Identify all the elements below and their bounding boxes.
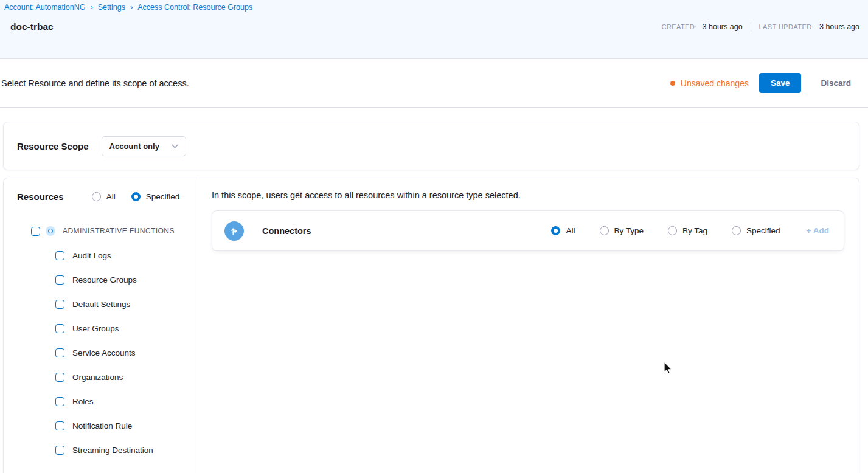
tree-item-default-settings: Default Settings	[55, 300, 198, 309]
chevron-down-icon	[172, 144, 178, 148]
connectors-radio-by-tag[interactable]: By Tag	[668, 226, 707, 235]
fork-arrows-icon	[229, 226, 240, 236]
tree-item-roles: Roles	[55, 397, 198, 406]
item-checkbox[interactable]	[55, 373, 64, 382]
connectors-radio-by-tag-label: By Tag	[682, 226, 707, 235]
main-content: Resource Scope Account only Resources Al…	[0, 108, 868, 473]
item-checkbox[interactable]	[55, 300, 64, 309]
item-checkbox[interactable]	[55, 251, 64, 260]
save-button[interactable]: Save	[759, 73, 802, 93]
tree-item-service-accounts: Service Accounts	[55, 348, 198, 357]
resources-detail-panel: In this scope, users get access to all r…	[198, 178, 859, 473]
connectors-radio-all-label: All	[566, 226, 575, 235]
resource-scope-card: Resource Scope Account only	[3, 122, 859, 170]
resources-title: Resources	[17, 192, 64, 202]
radio-unchecked-icon	[668, 226, 677, 235]
tree-item-user-groups: User Groups	[55, 324, 198, 333]
connectors-radio-all[interactable]: All	[551, 226, 575, 235]
resources-radio-specified[interactable]: Specified	[131, 192, 180, 201]
tree-item-streaming-destination: Streaming Destination	[55, 446, 198, 455]
page-header: Account: AutomationNG › Settings › Acces…	[0, 0, 868, 59]
resource-scope-selected-value: Account only	[109, 142, 159, 151]
item-checkbox[interactable]	[55, 421, 64, 430]
add-resources-link[interactable]: + Add	[807, 226, 829, 235]
radio-unchecked-icon	[732, 226, 741, 235]
toolbar: Select Resource and define its scope of …	[0, 59, 868, 108]
chevron-right-icon: ›	[130, 3, 133, 11]
resources-card: Resources All Specified ADMINISTRATIVE F…	[3, 178, 859, 473]
item-label: Notification Rule	[72, 421, 132, 430]
item-label: Roles	[72, 397, 94, 406]
item-label: Organizations	[72, 373, 123, 382]
connectors-radio-specified-label: Specified	[746, 226, 780, 235]
resource-type-tree: ADMINISTRATIVE FUNCTIONS Audit Logs Reso…	[17, 226, 198, 455]
breadcrumb-access-control[interactable]: Access Control: Resource Groups	[137, 3, 252, 12]
scope-description: In this scope, users get access to all r…	[212, 190, 844, 200]
breadcrumb-settings[interactable]: Settings	[98, 3, 125, 12]
resource-scope-dropdown[interactable]: Account only	[102, 136, 186, 156]
connectors-access-options: All By Type By Tag Specified + Add	[527, 226, 829, 235]
unsaved-changes-badge: Unsaved changes	[670, 78, 749, 88]
tree-item-notification-rule: Notification Rule	[55, 421, 198, 430]
radio-checked-icon	[551, 226, 560, 235]
last-updated-value: 3 hours ago	[819, 22, 859, 31]
item-checkbox[interactable]	[55, 275, 64, 285]
connectors-radio-by-type[interactable]: By Type	[600, 226, 644, 235]
meta-divider	[751, 22, 751, 32]
chevron-right-icon: ›	[90, 3, 92, 11]
item-label: Audit Logs	[72, 251, 111, 260]
item-label: Service Accounts	[72, 348, 136, 357]
connectors-icon	[224, 221, 244, 241]
account-scope-dot-icon	[48, 229, 53, 233]
resources-left-panel: Resources All Specified ADMINISTRATIVE F…	[4, 178, 198, 473]
tree-group-administrative-functions: ADMINISTRATIVE FUNCTIONS	[31, 226, 198, 236]
item-label: User Groups	[72, 324, 119, 333]
last-updated-label: LAST UPDATED:	[759, 23, 814, 30]
tree-item-organizations: Organizations	[55, 373, 198, 382]
item-label: Streaming Destination	[72, 446, 153, 455]
tree-item-audit-logs: Audit Logs	[55, 251, 198, 260]
created-label: CREATED:	[662, 23, 697, 30]
breadcrumb: Account: AutomationNG › Settings › Acces…	[0, 0, 868, 12]
radio-unchecked-icon	[92, 192, 101, 201]
breadcrumb-account[interactable]: Account: AutomationNG	[4, 3, 85, 12]
resources-radio-all[interactable]: All	[92, 192, 116, 201]
group-label: ADMINISTRATIVE FUNCTIONS	[63, 227, 175, 235]
item-checkbox[interactable]	[55, 397, 64, 406]
connectors-radio-by-type-label: By Type	[614, 226, 644, 235]
radio-unchecked-icon	[600, 226, 609, 235]
discard-button[interactable]: Discard	[812, 73, 859, 93]
item-checkbox[interactable]	[55, 324, 64, 333]
resources-radio-all-label: All	[106, 192, 116, 201]
header-meta: CREATED: 3 hours ago LAST UPDATED: 3 hou…	[662, 22, 859, 32]
connectors-label: Connectors	[262, 226, 311, 236]
connectors-row: Connectors All By Type By Tag	[212, 210, 844, 251]
item-checkbox[interactable]	[55, 446, 64, 455]
created-value: 3 hours ago	[703, 22, 743, 31]
group-checkbox[interactable]	[31, 227, 40, 236]
page-title: doc-trbac	[10, 21, 54, 32]
item-label: Default Settings	[72, 300, 130, 309]
radio-checked-icon	[131, 192, 141, 201]
item-label: Resource Groups	[72, 275, 137, 285]
item-checkbox[interactable]	[55, 348, 64, 357]
connectors-radio-specified[interactable]: Specified	[732, 226, 780, 235]
account-scope-icon	[46, 226, 55, 236]
unsaved-dot-icon	[670, 81, 675, 86]
toolbar-description: Select Resource and define its scope of …	[1, 78, 189, 88]
tree-item-resource-groups: Resource Groups	[55, 275, 198, 285]
resource-scope-label: Resource Scope	[17, 141, 89, 151]
unsaved-changes-label: Unsaved changes	[681, 78, 749, 88]
resources-radio-specified-label: Specified	[146, 192, 180, 201]
